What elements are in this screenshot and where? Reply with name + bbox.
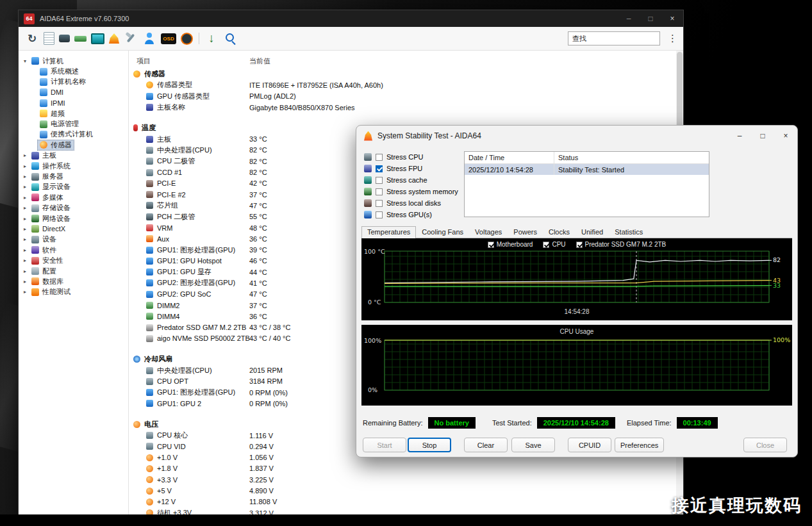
expand-arrow-icon[interactable]: ▸ — [21, 247, 29, 253]
sidebar-item-计算机[interactable]: ▾计算机 — [19, 56, 128, 66]
sidebar-item-传感器[interactable]: 传感器 — [19, 140, 128, 150]
sidebar-item-dmi[interactable]: DMI — [19, 87, 128, 97]
sidebar-item-ipmi[interactable]: IPMI — [19, 98, 128, 108]
sidebar-item-系统概述[interactable]: 系统概述 — [19, 66, 128, 76]
expand-arrow-icon[interactable]: ▸ — [21, 268, 29, 274]
sidebar-item-设备[interactable]: ▸设备 — [19, 234, 128, 245]
close-icon[interactable]: × — [661, 10, 683, 27]
stress-checkbox[interactable] — [376, 177, 383, 184]
minimize-icon[interactable]: – — [618, 10, 640, 27]
stress-option-stress-gpu-s[interactable]: Stress GPU(s) — [364, 209, 458, 220]
maximize-icon[interactable]: □ — [640, 10, 661, 27]
cpuid-button[interactable]: CPUID — [568, 438, 611, 452]
preferences-button[interactable]: Preferences — [615, 438, 664, 452]
memory-icon[interactable] — [74, 36, 87, 42]
sidebar-item-操作系统[interactable]: ▸操作系统 — [19, 161, 128, 171]
sidebar-item-多媒体[interactable]: ▸多媒体 — [19, 192, 128, 202]
sidebar-item-服务器[interactable]: ▸服务器 — [19, 171, 128, 181]
legend-checkbox[interactable] — [543, 242, 549, 248]
log-column-datetime[interactable]: Date / Time — [465, 152, 554, 163]
tools-icon[interactable] — [124, 31, 138, 45]
table-row[interactable]: 主板名称Gigabyte B840/B850/X870 Series — [129, 102, 683, 113]
expand-arrow-icon[interactable]: ▸ — [21, 216, 29, 222]
clear-button[interactable]: Clear — [464, 438, 508, 452]
legend-checkbox[interactable] — [576, 242, 583, 248]
expand-arrow-icon[interactable]: ▸ — [21, 205, 29, 211]
summary-icon[interactable] — [59, 35, 70, 42]
table-row[interactable]: +3.3 V3.225 V — [129, 474, 683, 485]
column-header-value[interactable]: 当前值 — [249, 56, 270, 66]
expand-arrow-icon[interactable]: ▸ — [21, 174, 29, 179]
account-icon[interactable] — [142, 31, 156, 45]
expand-arrow-icon[interactable]: ▸ — [21, 184, 29, 190]
table-row[interactable]: GPU 传感器类型PMLog (ADL2) — [129, 91, 683, 102]
sidebar-item-超频[interactable]: 超频 — [19, 108, 128, 119]
tab-unified[interactable]: Unified — [576, 226, 609, 238]
search-icon[interactable] — [223, 31, 237, 45]
sidebar-item-网络设备[interactable]: ▸网络设备 — [19, 213, 128, 224]
log-row[interactable]: 2025/12/10 14:54:28Stability Test: Start… — [465, 164, 709, 175]
report-icon[interactable] — [44, 32, 54, 45]
sidebar-item-显示设备[interactable]: ▸显示设备 — [19, 182, 128, 192]
stress-checkbox[interactable] — [376, 154, 383, 161]
stress-checkbox[interactable] — [376, 165, 383, 172]
sidebar-item-存储设备[interactable]: ▸存储设备 — [19, 202, 128, 213]
legend-checkbox[interactable] — [488, 242, 494, 248]
osd-icon[interactable]: OSD — [161, 33, 176, 44]
expand-arrow-icon[interactable]: ▸ — [21, 163, 29, 169]
sidebar-item-主板[interactable]: ▸主板 — [19, 151, 128, 161]
online-icon[interactable] — [181, 33, 193, 45]
expand-arrow-icon[interactable]: ▸ — [21, 279, 29, 284]
expand-arrow-icon[interactable]: ▸ — [21, 195, 29, 201]
stress-checkbox[interactable] — [376, 200, 383, 207]
stop-button[interactable]: Stop — [408, 438, 451, 452]
dialog-maximize-icon[interactable]: □ — [751, 126, 774, 146]
sidebar-item-便携式计算机[interactable]: 便携式计算机 — [19, 129, 128, 140]
stress-option-stress-fpu[interactable]: Stress FPU — [364, 163, 458, 174]
legend-motherboard[interactable]: Motherboard — [488, 241, 533, 248]
tab-voltages[interactable]: Voltages — [469, 226, 508, 238]
sidebar-item-性能测试[interactable]: ▸性能测试 — [19, 287, 128, 297]
collapse-arrow-icon[interactable]: ▾ — [21, 58, 29, 64]
table-row[interactable]: 传感器类型ITE IT8696E + IT87952E (ISA A40h, A… — [129, 79, 683, 90]
sidebar-item-软件[interactable]: ▸软件 — [19, 245, 128, 255]
expand-arrow-icon[interactable]: ▸ — [21, 258, 29, 263]
stress-option-stress-cpu[interactable]: Stress CPU — [364, 151, 458, 163]
stress-option-stress-system-memory[interactable]: Stress system memory — [364, 186, 458, 197]
stress-option-stress-local-disks[interactable]: Stress local disks — [364, 197, 458, 209]
legend-predator-ssd-gm7-m-2-2tb[interactable]: Predator SSD GM7 M.2 2TB — [576, 241, 667, 248]
table-row[interactable]: +5 V4.890 V — [129, 485, 683, 496]
dialog-close-icon[interactable]: × — [774, 126, 797, 146]
tab-cooling-fans[interactable]: Cooling Fans — [416, 226, 469, 238]
dialog-minimize-icon[interactable]: – — [728, 126, 751, 146]
column-header-item[interactable]: 项目 — [137, 56, 249, 66]
save-button[interactable]: Save — [511, 438, 555, 452]
stress-checkbox[interactable] — [376, 211, 383, 218]
search-input[interactable] — [568, 31, 660, 45]
tab-powers[interactable]: Powers — [508, 226, 543, 238]
refresh-icon[interactable] — [25, 31, 39, 45]
table-row[interactable]: +12 V11.808 V — [129, 497, 683, 507]
tab-statistics[interactable]: Statistics — [609, 226, 649, 238]
expand-arrow-icon[interactable]: ▸ — [21, 152, 29, 158]
tab-clocks[interactable]: Clocks — [543, 226, 576, 238]
start-button[interactable]: Start — [363, 438, 406, 452]
expand-arrow-icon[interactable]: ▸ — [21, 289, 29, 295]
expand-arrow-icon[interactable]: ▸ — [21, 226, 29, 232]
sidebar-item-电源管理[interactable]: 电源管理 — [19, 119, 128, 129]
expand-arrow-icon[interactable]: ▸ — [21, 236, 29, 242]
stress-checkbox[interactable] — [376, 188, 383, 195]
overflow-menu-icon[interactable]: ⋮ — [668, 33, 677, 44]
table-row[interactable]: +1.8 V1.837 V — [129, 463, 683, 474]
sidebar-item-数据库[interactable]: ▸数据库 — [19, 276, 128, 286]
benchmark-icon[interactable] — [109, 33, 119, 44]
close-button[interactable]: Close — [743, 438, 787, 452]
stress-option-stress-cache[interactable]: Stress cache — [364, 174, 458, 186]
log-column-status[interactable]: Status — [554, 154, 709, 161]
tab-temperatures[interactable]: Temperatures — [361, 226, 416, 238]
sidebar-item-计算机名称[interactable]: 计算机名称 — [19, 77, 128, 87]
sidebar-item-directx[interactable]: ▸DirectX — [19, 224, 128, 234]
legend-cpu[interactable]: CPU — [543, 241, 565, 248]
sidebar-item-配置[interactable]: ▸配置 — [19, 266, 128, 276]
devices-icon[interactable] — [91, 33, 104, 44]
